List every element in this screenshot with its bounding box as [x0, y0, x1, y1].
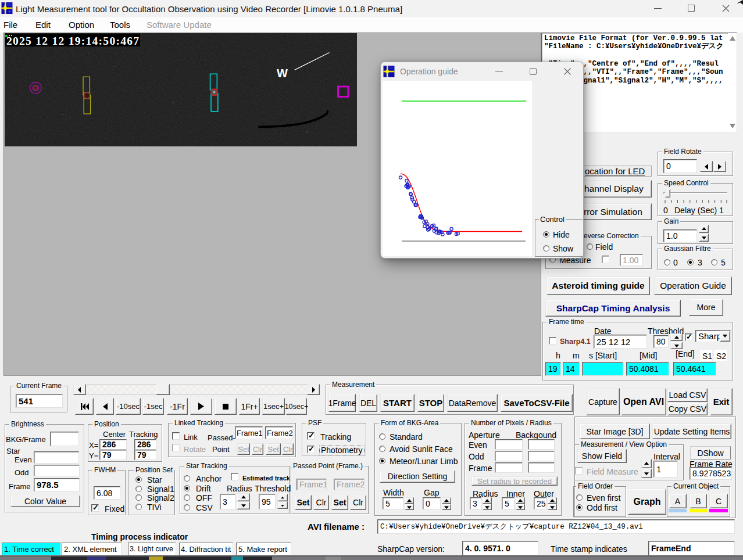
- svg-text:W: W: [277, 67, 288, 80]
- svg-text:2025 12 12 19:14:50:467: 2025 12 12 19:14:50:467: [6, 35, 139, 47]
